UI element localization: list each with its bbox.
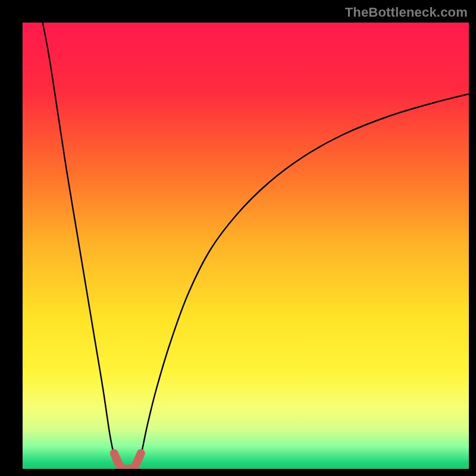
chart-frame: TheBottleneck.com: [0, 0, 476, 476]
attribution-watermark: TheBottleneck.com: [345, 5, 468, 20]
gradient-background: [23, 23, 469, 469]
plot-area: [23, 23, 469, 469]
chart-svg: [23, 23, 469, 469]
